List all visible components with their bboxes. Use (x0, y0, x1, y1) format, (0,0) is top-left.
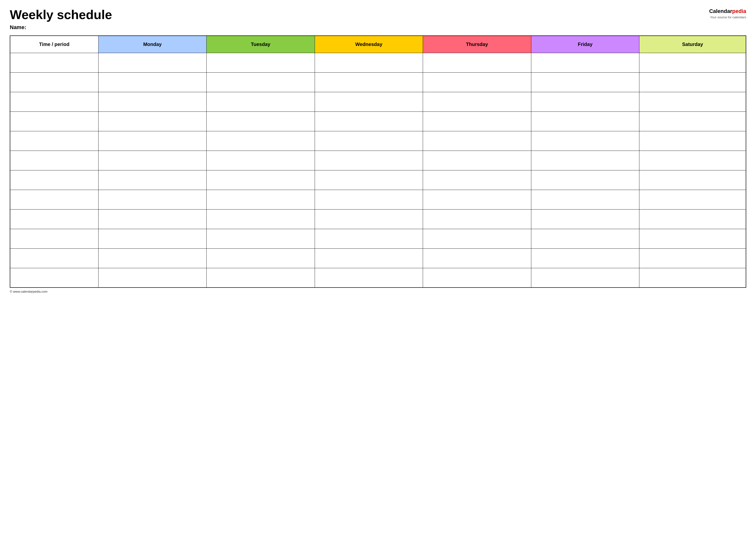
cell-row8-col3[interactable] (315, 190, 423, 209)
cell-row12-col1[interactable] (98, 268, 206, 287)
cell-row5-col5[interactable] (531, 131, 639, 151)
cell-row6-col4[interactable] (423, 151, 531, 170)
cell-row6-col0[interactable] (10, 151, 98, 170)
logo-calendar-text: Calendar (709, 8, 732, 14)
cell-row8-col4[interactable] (423, 190, 531, 209)
cell-row4-col5[interactable] (531, 111, 639, 131)
cell-row10-col5[interactable] (531, 229, 639, 248)
table-row (10, 229, 746, 248)
cell-row7-col5[interactable] (531, 170, 639, 190)
cell-row10-col1[interactable] (98, 229, 206, 248)
cell-row9-col1[interactable] (98, 209, 206, 229)
col-header-wednesday: Wednesday (315, 36, 423, 53)
cell-row11-col6[interactable] (639, 248, 746, 268)
cell-row12-col4[interactable] (423, 268, 531, 287)
cell-row9-col4[interactable] (423, 209, 531, 229)
cell-row3-col2[interactable] (207, 92, 315, 111)
cell-row6-col1[interactable] (98, 151, 206, 170)
cell-row12-col5[interactable] (531, 268, 639, 287)
cell-row6-col5[interactable] (531, 151, 639, 170)
cell-row11-col2[interactable] (207, 248, 315, 268)
cell-row8-col6[interactable] (639, 190, 746, 209)
cell-row3-col0[interactable] (10, 92, 98, 111)
cell-row11-col0[interactable] (10, 248, 98, 268)
cell-row10-col3[interactable] (315, 229, 423, 248)
cell-row12-col3[interactable] (315, 268, 423, 287)
cell-row1-col0[interactable] (10, 53, 98, 72)
cell-row5-col2[interactable] (207, 131, 315, 151)
cell-row12-col6[interactable] (639, 268, 746, 287)
cell-row10-col0[interactable] (10, 229, 98, 248)
cell-row10-col6[interactable] (639, 229, 746, 248)
cell-row1-col6[interactable] (639, 53, 746, 72)
cell-row7-col1[interactable] (98, 170, 206, 190)
cell-row7-col0[interactable] (10, 170, 98, 190)
page-header: Weekly schedule Name: Calendarpedia Your… (10, 8, 746, 31)
col-header-monday: Monday (98, 36, 206, 53)
cell-row4-col4[interactable] (423, 111, 531, 131)
cell-row3-col4[interactable] (423, 92, 531, 111)
cell-row11-col1[interactable] (98, 248, 206, 268)
table-row (10, 131, 746, 151)
col-header-thursday: Thursday (423, 36, 531, 53)
cell-row7-col6[interactable] (639, 170, 746, 190)
cell-row5-col1[interactable] (98, 131, 206, 151)
cell-row4-col2[interactable] (207, 111, 315, 131)
cell-row7-col2[interactable] (207, 170, 315, 190)
cell-row2-col6[interactable] (639, 72, 746, 92)
cell-row4-col0[interactable] (10, 111, 98, 131)
col-header-tuesday: Tuesday (207, 36, 315, 53)
cell-row4-col3[interactable] (315, 111, 423, 131)
cell-row2-col5[interactable] (531, 72, 639, 92)
cell-row3-col6[interactable] (639, 92, 746, 111)
cell-row4-col1[interactable] (98, 111, 206, 131)
cell-row1-col1[interactable] (98, 53, 206, 72)
cell-row8-col5[interactable] (531, 190, 639, 209)
cell-row7-col4[interactable] (423, 170, 531, 190)
cell-row9-col2[interactable] (207, 209, 315, 229)
table-row (10, 209, 746, 229)
cell-row10-col4[interactable] (423, 229, 531, 248)
cell-row6-col6[interactable] (639, 151, 746, 170)
cell-row5-col0[interactable] (10, 131, 98, 151)
table-row (10, 268, 746, 287)
cell-row9-col3[interactable] (315, 209, 423, 229)
cell-row11-col3[interactable] (315, 248, 423, 268)
cell-row1-col4[interactable] (423, 53, 531, 72)
cell-row8-col1[interactable] (98, 190, 206, 209)
header-row: Time / period Monday Tuesday Wednesday T… (10, 36, 746, 53)
cell-row3-col3[interactable] (315, 92, 423, 111)
cell-row8-col0[interactable] (10, 190, 98, 209)
cell-row11-col4[interactable] (423, 248, 531, 268)
cell-row5-col6[interactable] (639, 131, 746, 151)
cell-row9-col5[interactable] (531, 209, 639, 229)
cell-row3-col1[interactable] (98, 92, 206, 111)
cell-row5-col4[interactable] (423, 131, 531, 151)
cell-row2-col1[interactable] (98, 72, 206, 92)
cell-row12-col0[interactable] (10, 268, 98, 287)
cell-row8-col2[interactable] (207, 190, 315, 209)
cell-row1-col2[interactable] (207, 53, 315, 72)
table-row (10, 151, 746, 170)
cell-row6-col3[interactable] (315, 151, 423, 170)
cell-row9-col0[interactable] (10, 209, 98, 229)
cell-row5-col3[interactable] (315, 131, 423, 151)
cell-row4-col6[interactable] (639, 111, 746, 131)
cell-row2-col4[interactable] (423, 72, 531, 92)
cell-row10-col2[interactable] (207, 229, 315, 248)
cell-row2-col2[interactable] (207, 72, 315, 92)
cell-row7-col3[interactable] (315, 170, 423, 190)
logo-text: Calendarpedia (697, 8, 746, 15)
cell-row1-col3[interactable] (315, 53, 423, 72)
cell-row12-col2[interactable] (207, 268, 315, 287)
cell-row2-col0[interactable] (10, 72, 98, 92)
cell-row2-col3[interactable] (315, 72, 423, 92)
cell-row9-col6[interactable] (639, 209, 746, 229)
logo-tagline: Your source for calendars (697, 15, 746, 19)
cell-row6-col2[interactable] (207, 151, 315, 170)
cell-row1-col5[interactable] (531, 53, 639, 72)
name-label: Name: (10, 24, 697, 31)
cell-row11-col5[interactable] (531, 248, 639, 268)
table-row (10, 248, 746, 268)
cell-row3-col5[interactable] (531, 92, 639, 111)
